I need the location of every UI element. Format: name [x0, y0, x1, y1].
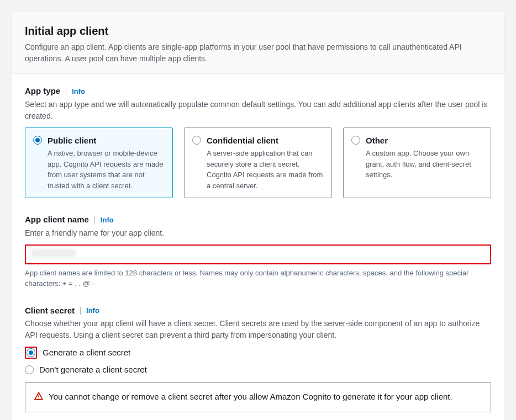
- radio-icon: [351, 136, 360, 145]
- section-header: App type Info: [25, 85, 491, 98]
- highlight-box: [25, 347, 37, 359]
- radio-icon: [33, 136, 42, 145]
- panel-description: Configure an app client. App clients are…: [25, 41, 491, 65]
- radio-label: Generate a client secret: [43, 347, 130, 359]
- app-type-option-confidential-client[interactable]: Confidential client A server-side applic…: [184, 127, 332, 199]
- svg-rect-0: [38, 395, 39, 397]
- client-secret-section: Client secret Info Choose whether your a…: [25, 305, 491, 413]
- app-client-name-section: App client name Info Enter a friendly na…: [25, 214, 491, 289]
- client-secret-options: Generate a client secret Don't generate …: [25, 347, 491, 376]
- radio-icon: [25, 365, 34, 374]
- client-secret-option-dont-generate[interactable]: Don't generate a client secret: [25, 364, 491, 376]
- option-title: Confidential client: [207, 135, 324, 147]
- app-client-name-label: App client name: [25, 214, 89, 226]
- app-client-name-input[interactable]: [25, 244, 491, 264]
- app-type-label: App type: [25, 85, 60, 98]
- app-client-name-info-link[interactable]: Info: [101, 215, 114, 226]
- redacted-text: [31, 249, 76, 257]
- radio-label: Don't generate a client secret: [39, 364, 147, 376]
- app-type-section: App type Info Select an app type and we …: [25, 85, 491, 198]
- radio-icon: [192, 136, 201, 145]
- app-type-options: Public client A native, browser or mobil…: [25, 127, 491, 199]
- app-type-option-other[interactable]: Other A custom app. Choose your own gran…: [343, 127, 491, 199]
- warning-text: You cannot change or remove a client sec…: [49, 391, 452, 403]
- client-secret-info-link[interactable]: Info: [86, 305, 99, 316]
- panel-title: Initial app client: [25, 23, 491, 39]
- client-secret-description: Choose whether your app client will have…: [25, 318, 491, 341]
- app-client-name-hint: App client names are limited to 128 char…: [25, 268, 491, 289]
- section-header: App client name Info: [25, 214, 491, 226]
- radio-icon: [27, 348, 35, 357]
- client-secret-label: Client secret: [25, 305, 75, 317]
- client-secret-warning: You cannot change or remove a client sec…: [25, 382, 491, 412]
- option-title: Other: [366, 135, 483, 147]
- client-secret-option-generate[interactable]: Generate a client secret: [25, 347, 491, 359]
- option-desc: A native, browser or mobile-device app. …: [48, 148, 165, 191]
- option-desc: A server-side application that can secur…: [207, 148, 324, 191]
- option-title: Public client: [48, 135, 165, 147]
- divider: [80, 307, 81, 315]
- warning-icon: [34, 392, 43, 404]
- app-type-description: Select an app type and we will automatic…: [25, 99, 491, 122]
- divider: [66, 87, 66, 95]
- panel-body: App type Info Select an app type and we …: [12, 74, 504, 420]
- panel-header: Initial app client Configure an app clie…: [12, 12, 504, 74]
- section-header: Client secret Info: [25, 305, 491, 317]
- initial-app-client-panel: Initial app client Configure an app clie…: [11, 11, 505, 420]
- app-type-option-public-client[interactable]: Public client A native, browser or mobil…: [25, 127, 173, 199]
- option-desc: A custom app. Choose your own grant, aut…: [366, 148, 483, 180]
- app-client-name-description: Enter a friendly name for your app clien…: [25, 227, 491, 239]
- app-type-info-link[interactable]: Info: [72, 86, 85, 97]
- svg-rect-1: [38, 398, 39, 399]
- divider: [94, 216, 95, 224]
